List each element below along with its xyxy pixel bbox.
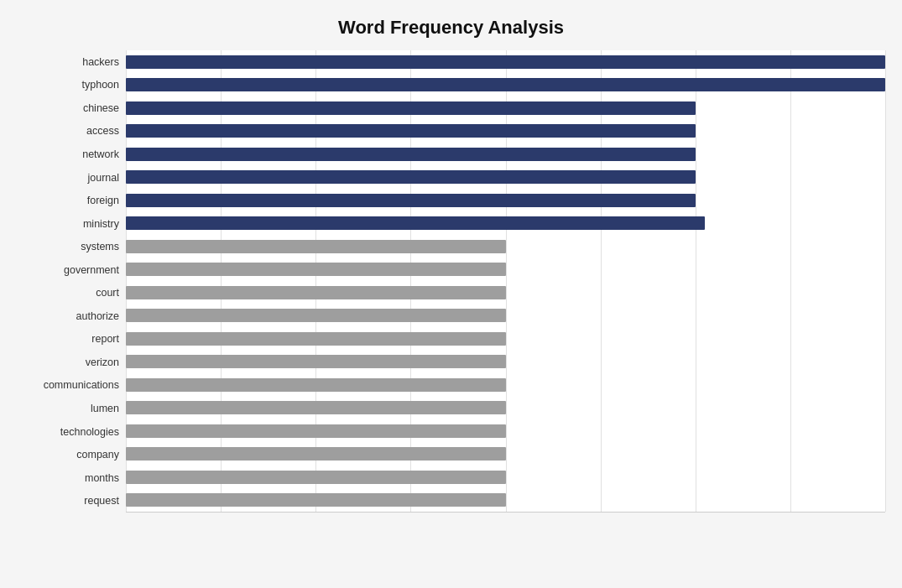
chart-title: Word Frequency Analysis bbox=[17, 8, 885, 50]
bar-row bbox=[126, 419, 885, 443]
bar-row bbox=[126, 74, 885, 97]
y-axis-label: lumen bbox=[91, 397, 119, 420]
bar bbox=[126, 148, 696, 161]
y-axis-label: authorize bbox=[76, 304, 119, 328]
y-axis-label: verizon bbox=[86, 351, 119, 374]
grid-line bbox=[885, 50, 886, 512]
bar-row bbox=[126, 281, 885, 304]
bars-area bbox=[126, 50, 885, 513]
bar bbox=[126, 78, 885, 91]
y-axis-label: access bbox=[86, 120, 119, 143]
y-axis-label: months bbox=[85, 466, 119, 490]
bar-row bbox=[126, 304, 885, 328]
y-axis-label: ministry bbox=[83, 212, 119, 236]
bar-row bbox=[126, 212, 885, 236]
bar bbox=[126, 447, 506, 461]
y-axis-label: report bbox=[91, 328, 119, 351]
bar bbox=[126, 170, 696, 184]
bar bbox=[126, 124, 696, 138]
bar-row bbox=[126, 166, 885, 190]
bar bbox=[126, 401, 506, 414]
bar bbox=[126, 332, 506, 346]
y-axis-label: chinese bbox=[83, 96, 119, 120]
chart-container: Word Frequency Analysis hackerstyphoonch… bbox=[0, 0, 902, 588]
bar bbox=[126, 194, 696, 207]
bar-row bbox=[126, 96, 885, 120]
bar-row bbox=[126, 50, 885, 74]
bar bbox=[126, 216, 705, 230]
y-axis-label: request bbox=[84, 489, 119, 513]
y-axis-label: company bbox=[76, 443, 119, 466]
chart-area: hackerstyphoonchineseaccessnetworkjourna… bbox=[17, 50, 885, 513]
bar-row bbox=[126, 489, 885, 513]
bar bbox=[126, 471, 506, 484]
y-axis-label: network bbox=[82, 143, 119, 166]
bar bbox=[126, 378, 506, 392]
y-axis-label: systems bbox=[81, 235, 119, 258]
bar bbox=[126, 424, 506, 438]
bar-row bbox=[126, 189, 885, 212]
y-axis: hackerstyphoonchineseaccessnetworkjourna… bbox=[17, 50, 126, 513]
bar bbox=[126, 493, 506, 507]
y-axis-label: technologies bbox=[60, 420, 119, 444]
bar-row bbox=[126, 373, 885, 397]
bar bbox=[126, 286, 506, 299]
bar-row bbox=[126, 143, 885, 166]
bar-row bbox=[126, 443, 885, 466]
bar bbox=[126, 309, 506, 322]
bar bbox=[126, 263, 506, 276]
bar-row bbox=[126, 258, 885, 282]
bar-row bbox=[126, 327, 885, 351]
y-axis-label: journal bbox=[87, 166, 119, 190]
bar bbox=[126, 101, 696, 115]
bar bbox=[126, 55, 885, 69]
bar bbox=[126, 355, 506, 368]
y-axis-label: court bbox=[96, 281, 119, 304]
y-axis-label: foreign bbox=[87, 189, 119, 212]
bar-row bbox=[126, 235, 885, 258]
bar-row bbox=[126, 466, 885, 489]
y-axis-label: communications bbox=[44, 374, 119, 398]
y-axis-label: typhoon bbox=[82, 74, 119, 97]
bar bbox=[126, 240, 506, 253]
y-axis-label: hackers bbox=[82, 50, 119, 74]
bar-row bbox=[126, 351, 885, 374]
bar-row bbox=[126, 120, 885, 143]
y-axis-label: government bbox=[64, 258, 119, 282]
bar-row bbox=[126, 397, 885, 420]
